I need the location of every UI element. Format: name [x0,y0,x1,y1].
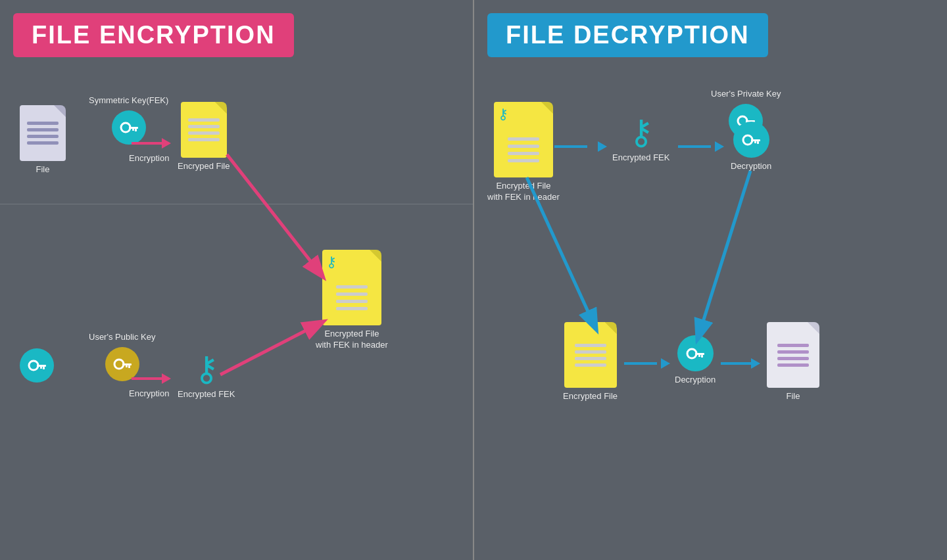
encryption-arrow-1 [132,138,171,149]
svg-point-8 [114,360,124,369]
svg-rect-1 [129,127,138,129]
svg-rect-11 [126,365,128,367]
svg-rect-5 [37,365,46,367]
svg-rect-2 [135,129,137,131]
output-label: Encrypted Filewith FEK in header [316,329,388,351]
key-emblem: ⚷ [326,254,337,271]
decryption-title-banner: FILE DECRYPTION [487,13,768,57]
svg-rect-19 [751,139,760,141]
encryption-panel: FILE ENCRYPTION File Symmetric Key(FEK) … [0,0,474,560]
svg-rect-24 [701,355,703,358]
file-label: File [36,164,50,175]
encryption-label-1: Encryption [129,153,169,164]
encrypted-file-label-top: Encryped File [178,161,230,172]
file-icon [20,105,66,161]
decryption-icon-top [733,122,769,158]
public-key-label: User's Public Key [89,332,155,343]
svg-rect-21 [754,141,756,143]
dec-enc-file-icon [564,322,617,388]
private-key-label: User's Private Key [711,89,781,100]
output-file-label: File [787,391,800,402]
svg-rect-9 [122,363,132,365]
decryption-icon-bottom [677,335,714,371]
dec-arrow-3 [624,358,670,369]
dec-input-label: Encrypted Filewith FEK in header [487,181,560,203]
svg-point-0 [121,123,130,132]
dec-enc-fek-label: Encrypted FEK [612,152,669,164]
decryption-label-top: Decryption [731,161,771,172]
encryption-title-banner: FILE ENCRYPTION [13,13,294,57]
svg-rect-6 [43,367,45,369]
dec-key-emblem: ⚷ [498,106,508,123]
dec-arrow-4 [721,358,760,369]
svg-point-18 [743,135,752,145]
encrypted-file-icon-top [181,102,227,158]
svg-rect-3 [132,129,134,131]
dec-arrow-2 [678,141,724,152]
left-arrows-svg [0,0,473,560]
decryption-panel: FILE DECRYPTION ⚷ Encrypted Filewith FEK… [474,0,947,560]
right-arrows-svg [474,0,947,560]
svg-line-13 [220,322,322,375]
encrypted-fek-label: Encrypted FEK [178,389,235,400]
svg-point-4 [29,361,38,370]
encryption-arrow-2 [132,373,171,384]
svg-rect-7 [40,367,42,369]
public-key-icon-small [20,348,54,383]
encryption-title: FILE ENCRYPTION [32,21,276,49]
dec-enc-fek-icon: ⚷ [629,115,654,149]
encryption-label-2: Encryption [129,388,169,400]
svg-point-22 [687,349,696,358]
symmetric-key-label: Symmetric Key(FEK) [89,95,168,106]
dec-input-file-icon: ⚷ [494,102,553,177]
dec-enc-file-label: Encrypted File [563,391,618,402]
decryption-label-bottom: Decryption [675,375,716,386]
svg-rect-20 [757,141,759,144]
svg-line-27 [698,171,750,338]
svg-rect-10 [128,365,130,368]
encrypted-fek-icon: ⚷ [194,352,219,386]
svg-line-12 [227,154,322,276]
output-file-icon [767,322,819,388]
decryption-title: FILE DECRYPTION [506,21,750,49]
svg-rect-23 [695,353,704,355]
divider [0,204,473,204]
svg-rect-25 [698,355,700,357]
dec-arrow-1 [554,141,607,152]
output-encrypted-file-icon: ⚷ [322,250,381,325]
